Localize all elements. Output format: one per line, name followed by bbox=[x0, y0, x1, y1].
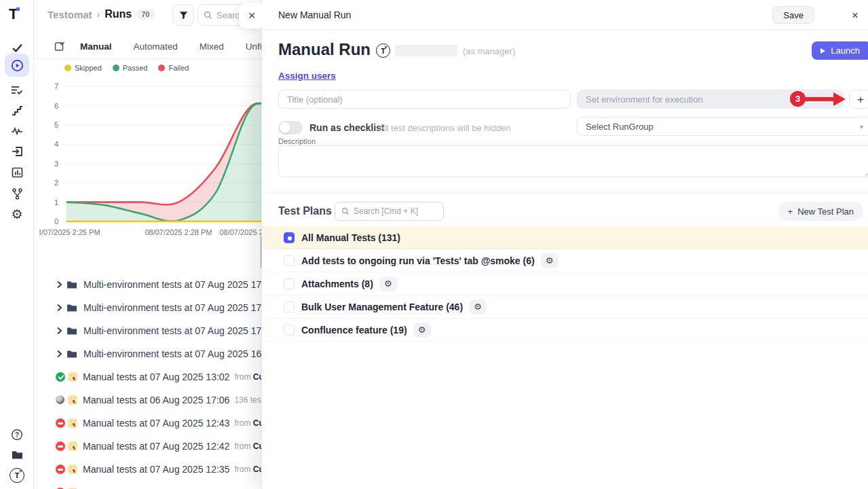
test-plan-row[interactable]: All Manual Tests (131) bbox=[262, 226, 868, 249]
chevron-right-icon[interactable] bbox=[56, 280, 63, 289]
list-check-icon bbox=[11, 85, 23, 96]
sidebar-item-reports[interactable] bbox=[5, 162, 29, 183]
checklist-label: Run as checklist bbox=[309, 122, 385, 133]
stairs-icon bbox=[12, 106, 23, 116]
play-circle-icon bbox=[11, 59, 24, 72]
sidebar-item-plans[interactable] bbox=[5, 80, 29, 101]
test-plans-search-input[interactable] bbox=[354, 206, 432, 216]
new-manual-run-panel: New Manual Run Save × Manual Run T (as m… bbox=[261, 0, 868, 489]
chevron-right-icon[interactable] bbox=[56, 327, 63, 335]
test-plan-checkbox[interactable] bbox=[284, 278, 295, 289]
launch-button[interactable]: Launch bbox=[812, 41, 868, 60]
sidebar-item-account[interactable]: T bbox=[5, 465, 29, 486]
svg-text:1: 1 bbox=[54, 198, 58, 206]
test-plan-row[interactable]: Confluence feature (19)⚙︎ bbox=[262, 319, 868, 342]
checklist-hint: All test descriptions will be hidden bbox=[379, 123, 510, 133]
test-plan-label: Attachments (8) bbox=[301, 278, 373, 289]
failed-status-icon bbox=[56, 441, 65, 451]
run-title-input[interactable] bbox=[278, 90, 571, 109]
filter-button[interactable] bbox=[172, 4, 194, 26]
owner-name-redacted bbox=[395, 45, 457, 56]
annotation-arrow-icon bbox=[805, 92, 847, 107]
test-plan-checkbox[interactable] bbox=[284, 255, 295, 266]
sidebar-item-import[interactable] bbox=[5, 141, 29, 162]
search-icon bbox=[204, 11, 212, 20]
description-textarea[interactable] bbox=[278, 145, 868, 177]
app-logo[interactable]: T bbox=[9, 5, 18, 23]
manual-run-icon bbox=[68, 465, 77, 474]
chevron-right-icon[interactable] bbox=[56, 350, 63, 358]
sidebar-item-analytics[interactable] bbox=[5, 121, 29, 141]
test-plan-row[interactable]: Bulk User Management Feature (46)⚙︎ bbox=[262, 295, 868, 319]
assign-users-link[interactable]: Assign users bbox=[278, 71, 336, 81]
test-plan-row[interactable]: Add tests to ongoing run via 'Tests' tab… bbox=[262, 249, 868, 272]
test-plan-settings-button[interactable]: ⚙︎ bbox=[413, 323, 431, 338]
rungroup-select[interactable]: Select RunGroup ▾ bbox=[577, 117, 868, 136]
description-label: Description bbox=[278, 137, 316, 145]
test-plans-list: All Manual Tests (131)Add tests to ongoi… bbox=[262, 226, 868, 342]
folder-icon bbox=[67, 304, 77, 312]
run-title: Manual tests at 07 Aug 2025 12:42 bbox=[83, 441, 229, 452]
test-plan-label: Bulk User Management Feature (46) bbox=[301, 302, 463, 312]
sidebar-item-help[interactable]: ? bbox=[5, 424, 29, 445]
run-as-checklist-toggle[interactable] bbox=[278, 121, 303, 134]
panel-close-button[interactable]: × bbox=[847, 7, 863, 24]
owner-role-note: (as manager) bbox=[463, 46, 515, 56]
tab-automated[interactable]: Automated bbox=[134, 41, 178, 52]
sidebar-item-projects[interactable] bbox=[5, 445, 29, 465]
launch-label: Launch bbox=[831, 46, 860, 56]
run-title: Multi-environment tests at 07 Aug 2025 1… bbox=[83, 348, 275, 359]
breadcrumb-runs[interactable]: Runs bbox=[105, 8, 132, 20]
svg-text:0: 0 bbox=[54, 217, 58, 225]
test-plan-settings-button[interactable]: ⚙︎ bbox=[469, 300, 487, 314]
breadcrumb-project[interactable]: Testomat bbox=[48, 9, 92, 20]
panel-title: New Manual Run bbox=[278, 10, 351, 20]
testomat-badge-icon: T bbox=[10, 468, 24, 483]
tab-manual[interactable]: Manual bbox=[80, 41, 112, 52]
import-icon bbox=[12, 146, 23, 157]
run-title-heading: Manual Run bbox=[278, 40, 371, 59]
gear-icon: ⚙︎ bbox=[11, 208, 22, 221]
close-icon: × bbox=[852, 9, 858, 22]
runs-count-badge: 70 bbox=[136, 9, 154, 20]
svg-text:7: 7 bbox=[54, 82, 58, 90]
plus-icon: + bbox=[788, 206, 793, 217]
funnel-icon bbox=[178, 10, 189, 20]
new-test-plan-button[interactable]: + New Test Plan bbox=[778, 202, 863, 221]
svg-text:08/07/2025 2:28 PM: 08/07/2025 2:28 PM bbox=[145, 228, 212, 236]
test-plan-row[interactable]: Attachments (8)⚙︎ bbox=[262, 272, 868, 295]
owner-avatar: T bbox=[376, 43, 390, 58]
tab-mixed[interactable]: Mixed bbox=[200, 41, 224, 52]
run-title: Multi-environment tests at 07 Aug 2025 1… bbox=[83, 279, 275, 290]
select-all-icon[interactable] bbox=[54, 41, 65, 52]
app-root: Testomat › Runs 70 bbox=[0, 0, 868, 489]
test-plan-checkbox[interactable] bbox=[284, 325, 295, 336]
folder-icon bbox=[67, 280, 77, 289]
sidebar-item-milestones[interactable] bbox=[5, 101, 29, 121]
manual-run-icon bbox=[68, 441, 77, 451]
panel-close-tab-button[interactable]: × bbox=[239, 3, 265, 29]
test-plan-checkbox[interactable] bbox=[284, 302, 295, 312]
test-plans-search[interactable] bbox=[335, 202, 444, 221]
section-divider bbox=[262, 193, 868, 194]
test-plan-settings-button[interactable]: ⚙︎ bbox=[541, 253, 559, 268]
panel-header: New Manual Run Save × bbox=[262, 0, 868, 30]
svg-text:08/07/2025 2:25 PM: 08/07/2025 2:25 PM bbox=[39, 228, 100, 236]
pulse-icon bbox=[11, 126, 23, 136]
sidebar-item-branches[interactable] bbox=[5, 183, 29, 204]
test-plan-label: Confluence feature (19) bbox=[301, 325, 407, 336]
folder-icon bbox=[12, 450, 23, 460]
close-icon: × bbox=[248, 9, 256, 23]
help-icon: ? bbox=[11, 429, 23, 441]
sidebar-item-runs[interactable] bbox=[5, 54, 29, 77]
sidebar-item-settings[interactable]: ⚙︎ bbox=[5, 204, 29, 224]
test-plan-checkbox[interactable] bbox=[284, 232, 295, 243]
svg-text:2: 2 bbox=[54, 179, 58, 187]
branch-icon bbox=[12, 188, 22, 200]
add-environment-button[interactable]: + bbox=[849, 90, 868, 109]
chevron-right-icon[interactable] bbox=[56, 304, 63, 312]
test-plan-settings-button[interactable]: ⚙︎ bbox=[379, 276, 397, 291]
save-button[interactable]: Save bbox=[772, 6, 814, 24]
search-icon bbox=[341, 207, 350, 215]
run-title: Manual tests at 07 Aug 2025 12:35 bbox=[83, 464, 229, 475]
